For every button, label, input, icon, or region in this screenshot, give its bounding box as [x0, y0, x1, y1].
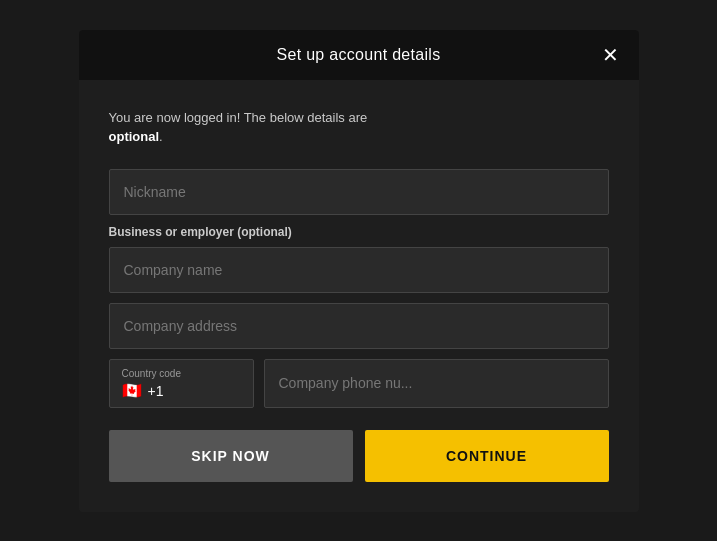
nickname-input[interactable]	[109, 169, 609, 215]
setup-modal: Set up account details ✕ You are now log…	[79, 30, 639, 512]
intro-text: You are now logged in! The below details…	[109, 108, 609, 147]
company-address-input[interactable]	[109, 303, 609, 349]
intro-end: .	[159, 129, 163, 144]
intro-bold: optional	[109, 129, 160, 144]
country-code-value: 🇨🇦 +1	[122, 383, 164, 399]
country-code-button[interactable]: Country code 🇨🇦 +1	[109, 359, 254, 408]
phone-row: Country code 🇨🇦 +1	[109, 359, 609, 408]
modal-header: Set up account details ✕	[79, 30, 639, 80]
modal-body: You are now logged in! The below details…	[79, 80, 639, 512]
modal-title: Set up account details	[276, 46, 440, 64]
nickname-group	[109, 169, 609, 215]
button-row: SKIP NOW CONTINUE	[109, 430, 609, 482]
phone-input[interactable]	[264, 359, 609, 408]
continue-button[interactable]: CONTINUE	[365, 430, 609, 482]
company-name-input[interactable]	[109, 247, 609, 293]
business-group: Business or employer (optional)	[109, 225, 609, 349]
country-code-number: +1	[148, 383, 164, 399]
intro-line1: You are now logged in! The below details…	[109, 110, 368, 125]
skip-button[interactable]: SKIP NOW	[109, 430, 353, 482]
country-flag: 🇨🇦	[122, 383, 142, 399]
close-button[interactable]: ✕	[602, 45, 619, 65]
business-label: Business or employer (optional)	[109, 225, 609, 239]
country-code-label: Country code	[122, 368, 181, 379]
